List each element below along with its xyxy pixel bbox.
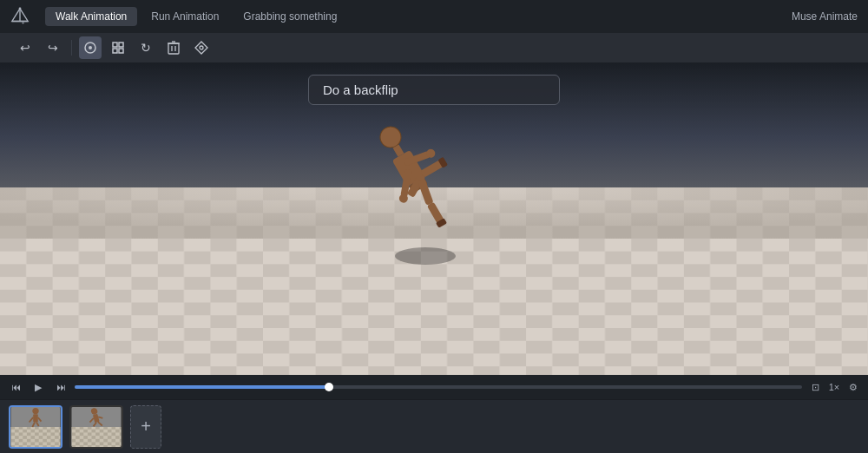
paint-button[interactable] bbox=[190, 36, 213, 59]
toolbar-separator-1 bbox=[71, 40, 72, 56]
svg-point-45 bbox=[32, 407, 38, 413]
svg-rect-7 bbox=[113, 43, 117, 47]
tab-walk-animation[interactable]: Walk Animation bbox=[45, 7, 137, 26]
svg-rect-36 bbox=[418, 178, 434, 205]
muse-animate-label: Muse Animate bbox=[792, 10, 858, 23]
timeline-progress bbox=[75, 385, 329, 389]
svg-rect-11 bbox=[168, 43, 179, 54]
skip-forward-button[interactable]: ⏭ bbox=[52, 378, 69, 396]
svg-rect-44 bbox=[10, 427, 60, 447]
svg-point-25 bbox=[377, 123, 405, 152]
delete-button[interactable] bbox=[162, 36, 185, 59]
timeline-right-controls: ⊡ 1× ⚙ bbox=[807, 379, 861, 395]
svg-point-17 bbox=[200, 46, 203, 49]
timeline-settings-button[interactable]: ⚙ bbox=[845, 379, 861, 395]
timeline-handle[interactable] bbox=[325, 383, 333, 391]
anchor-button[interactable] bbox=[79, 36, 102, 59]
svg-text:+: + bbox=[22, 20, 25, 26]
toolbar: ↩ ↪ ↻ bbox=[0, 33, 868, 62]
skip-back-button[interactable]: ⏮ bbox=[7, 378, 24, 396]
main-content: ⏮ ▶ ⏭ ⊡ 1× ⚙ bbox=[0, 62, 868, 453]
svg-point-3 bbox=[19, 7, 22, 10]
svg-rect-46 bbox=[33, 414, 38, 422]
tab-run-animation[interactable]: Run Animation bbox=[141, 7, 229, 26]
tab-grabbing-something[interactable]: Grabbing something bbox=[233, 7, 347, 26]
viewport bbox=[0, 62, 868, 375]
svg-rect-10 bbox=[119, 49, 123, 53]
add-clip-button[interactable]: + bbox=[130, 405, 161, 449]
timeline-track[interactable] bbox=[75, 385, 802, 389]
svg-rect-8 bbox=[119, 43, 123, 47]
character-figure bbox=[339, 87, 495, 281]
svg-rect-9 bbox=[113, 49, 117, 53]
figure-button[interactable] bbox=[107, 36, 129, 59]
clip-walk[interactable] bbox=[9, 405, 62, 449]
unity-logo: + bbox=[10, 7, 30, 26]
clip-run[interactable] bbox=[69, 405, 123, 449]
nav-tabs: Walk Animation Run Animation Grabbing so… bbox=[45, 7, 792, 26]
play-button[interactable]: ▶ bbox=[30, 378, 47, 396]
redo-button[interactable]: ↪ bbox=[42, 36, 64, 59]
svg-rect-56 bbox=[71, 427, 121, 447]
prompt-input[interactable] bbox=[308, 75, 560, 105]
svg-point-6 bbox=[89, 46, 92, 49]
timeline-fit-button[interactable]: ⊡ bbox=[807, 379, 823, 395]
svg-point-24 bbox=[395, 247, 456, 265]
clips-strip: + bbox=[0, 399, 868, 453]
timeline-bar: ⏮ ▶ ⏭ ⊡ 1× ⚙ bbox=[0, 375, 868, 399]
top-bar: + Walk Animation Run Animation Grabbing … bbox=[0, 0, 868, 33]
svg-marker-16 bbox=[195, 42, 207, 54]
prompt-bar bbox=[308, 75, 560, 105]
refresh-button[interactable]: ↻ bbox=[135, 36, 157, 59]
timeline-speed-button[interactable]: 1× bbox=[826, 379, 842, 395]
undo-button[interactable]: ↩ bbox=[14, 36, 36, 59]
